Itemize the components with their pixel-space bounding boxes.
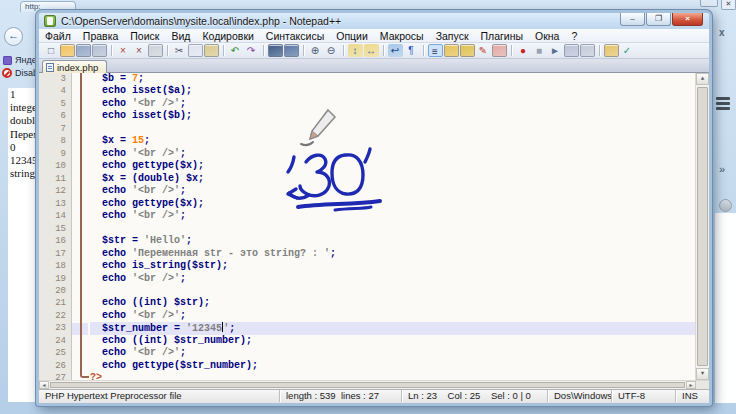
toolbar-icon-document-map[interactable]	[460, 44, 475, 57]
scroll-down-icon[interactable]: ▼	[696, 368, 709, 380]
code-line-23[interactable]: $str_number = '12345';	[90, 322, 695, 334]
title-bar[interactable]: C:\OpenServer\domains\mysite.local\index…	[39, 13, 709, 29]
code-line-16[interactable]: $str = 'Hello';	[90, 235, 695, 247]
code-line-25[interactable]: echo '<br />';	[90, 347, 695, 359]
toolbar-icon-sync-scroll-h[interactable]: ↔	[364, 44, 379, 57]
code-line-8[interactable]: $x = 15;	[90, 135, 695, 147]
toolbar-icon-macro-save[interactable]	[564, 44, 579, 57]
toolbar-icon-macro-stop[interactable]: ■	[532, 44, 547, 57]
status-doc-type: PHP Hypertext Preprocessor file	[39, 390, 283, 402]
code-line-20[interactable]	[90, 285, 695, 297]
toolbar-icon-plugin-converter[interactable]: ✓	[620, 44, 635, 57]
code-line-12[interactable]: echo '<br />';	[90, 185, 695, 197]
toolbar-icon-cut[interactable]: ✂	[172, 44, 187, 57]
toolbar-icon-redo[interactable]: ↷	[244, 44, 259, 57]
code-line-5[interactable]: echo '<br />';	[90, 98, 695, 110]
toolbar-icon-save[interactable]	[76, 44, 91, 57]
code-line-3[interactable]: $b = 7;	[90, 73, 695, 85]
toolbar-icon-replace[interactable]	[284, 44, 299, 57]
toolbar-icon-save-all[interactable]	[92, 44, 107, 57]
horizontal-scrollbar[interactable]: ◄ ►	[39, 380, 709, 389]
menu-item-8[interactable]: Запуск	[430, 30, 475, 42]
code-line-13[interactable]: echo gettype($x);	[90, 198, 695, 210]
browser-close-x[interactable]: x	[719, 27, 725, 38]
menu-item-0[interactable]: Файл	[39, 30, 77, 42]
bookmark-disable[interactable]: Disabl	[2, 68, 40, 78]
toolbar-icon-close-document[interactable]: ×	[116, 44, 131, 57]
scroll-left-icon[interactable]: ◄	[39, 381, 49, 389]
code-line-26[interactable]: echo gettype($str_number);	[90, 360, 695, 372]
code-line-10[interactable]: echo gettype($x);	[90, 160, 695, 172]
code-line-27[interactable]: ?>	[90, 372, 695, 380]
bookmark-yandex[interactable]: Янде	[3, 55, 37, 65]
menu-item-10[interactable]: Окна	[529, 30, 565, 42]
code-line-21[interactable]: echo ((int) $str);	[90, 297, 695, 309]
toolbar-icon-paste[interactable]	[204, 44, 219, 57]
toolbar-icon-word-wrap[interactable]: ↩	[388, 44, 403, 57]
toolbar-icon-show-all-characters[interactable]: ¶	[404, 44, 419, 57]
code-line-18[interactable]: echo is_string($str);	[90, 260, 695, 272]
code-line-11[interactable]: $x = (double) $x;	[90, 173, 695, 185]
code-area[interactable]: $b = 7; echo isset($a); echo '<br />'; e…	[88, 73, 695, 380]
minimize-button[interactable]: –	[620, 13, 645, 26]
toolbar-separator	[263, 45, 264, 56]
menu-item-9[interactable]: Плагины	[474, 30, 529, 42]
browser-close-button[interactable]: ✕	[721, 0, 736, 10]
fold-margin[interactable]	[72, 73, 88, 380]
line-number: 9	[39, 148, 71, 160]
toolbar-icon-zoom-out[interactable]: ⊖	[324, 44, 339, 57]
line-number: 8	[39, 135, 71, 147]
menu-item-4[interactable]: Кодировки	[196, 30, 259, 42]
code-line-7[interactable]	[90, 123, 695, 135]
tab-index-php[interactable]: index.php	[42, 60, 107, 73]
toolbar-icon-show-indent-guide[interactable]: ≡	[428, 44, 443, 57]
vertical-scrollbar-thumb[interactable]	[697, 87, 708, 366]
toolbar-icon-find[interactable]	[268, 44, 283, 57]
code-line-22[interactable]: echo '<br />';	[90, 310, 695, 322]
toolbar-icon-function-list[interactable]: ✎	[476, 44, 491, 57]
toolbar-icon-macro-record[interactable]: ●	[516, 44, 531, 57]
toolbar-icon-close-all-documents[interactable]: ×	[132, 44, 147, 57]
menu-item-2[interactable]: Поиск	[124, 30, 165, 42]
toolbar-icon-undo[interactable]: ↶	[228, 44, 243, 57]
horizontal-scrollbar-thumb[interactable]	[50, 382, 685, 388]
toolbar-icon-folder-as-workspace[interactable]	[492, 44, 507, 57]
menu-item-7[interactable]: Макросы	[374, 30, 430, 42]
browser-circle-icon[interactable]	[719, 199, 732, 212]
menu-item-6[interactable]: Опции	[330, 30, 374, 42]
toolbar-icon-print[interactable]	[148, 44, 163, 57]
menu-item-5[interactable]: Синтаксисы	[260, 30, 330, 42]
menu-item-11[interactable]: ?	[565, 30, 583, 42]
hamburger-menu-icon[interactable]	[716, 97, 730, 112]
code-line-19[interactable]: echo '<br />';	[90, 273, 695, 285]
toolbar-icon-plugin-mime-tools[interactable]	[604, 44, 619, 57]
menu-item-1[interactable]: Правка	[77, 30, 124, 42]
code-line-15[interactable]	[90, 223, 695, 235]
vertical-scrollbar[interactable]: ▲ ▼	[695, 73, 709, 380]
toolbar-icon-macro-play[interactable]: ►	[548, 44, 563, 57]
code-line-14[interactable]: echo '<br />';	[90, 210, 695, 222]
status-insert-mode: INS	[675, 390, 712, 402]
toolbar-icon-macro-run-multiple[interactable]	[580, 44, 595, 57]
browser-back-button[interactable]: ←	[4, 27, 23, 46]
scroll-up-icon[interactable]: ▲	[696, 73, 709, 85]
toolbar-icon-new-file[interactable]: □	[44, 44, 59, 57]
toolbar-icon-doc-switcher[interactable]	[444, 44, 459, 57]
scroll-right-icon[interactable]: ►	[686, 381, 696, 389]
code-editor[interactable]: 3456789101112131415161718192021222324252…	[39, 73, 709, 380]
toolbar-icon-open-folder[interactable]	[60, 44, 75, 57]
line-number: 7	[39, 123, 71, 135]
code-line-9[interactable]: echo '<br />';	[90, 148, 695, 160]
code-line-17[interactable]: echo 'Переменная str - это string? : ';	[90, 248, 695, 260]
code-line-6[interactable]: echo isset($b);	[90, 110, 695, 122]
menu-item-3[interactable]: Вид	[165, 30, 196, 42]
maximize-button[interactable]: ❐	[646, 13, 671, 26]
toolbar-icon-sync-scroll-v[interactable]: ↕	[348, 44, 363, 57]
toolbar-icon-zoom-in[interactable]: ⊕	[308, 44, 323, 57]
browser-minimize-button[interactable]	[700, 0, 718, 7]
code-line-24[interactable]: echo ((int) $str_number);	[90, 335, 695, 347]
code-line-4[interactable]: echo isset($a);	[90, 85, 695, 97]
close-button[interactable]: ×	[672, 13, 703, 26]
toolbar-icon-copy[interactable]	[188, 44, 203, 57]
overflow-chevron-icon[interactable]: »	[719, 163, 725, 175]
